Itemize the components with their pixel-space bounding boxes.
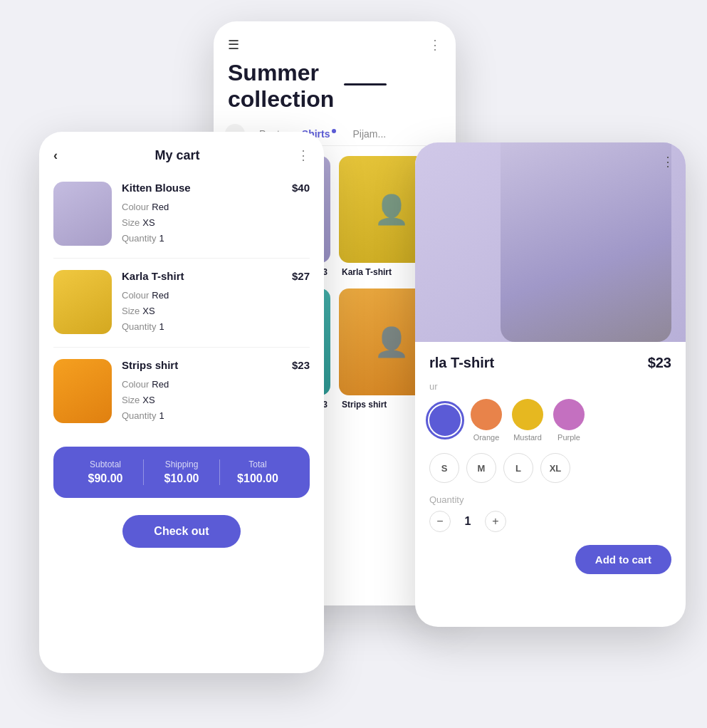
size-xl-button[interactable]: XL — [540, 453, 570, 483]
cart-item-name-2: Karla T-shirt — [122, 270, 184, 282]
colour-circle-mustard[interactable] — [512, 399, 543, 430]
tab-pijamas[interactable]: Pijam... — [345, 123, 395, 145]
colour-section-label: ur — [429, 381, 671, 392]
size-l-button[interactable]: L — [503, 453, 533, 483]
cart-item-image-1 — [53, 182, 112, 246]
cart-item-price-3: $23 — [292, 359, 310, 371]
colour-circle-purple[interactable] — [553, 399, 585, 430]
cart-item-price-1: $40 — [292, 182, 310, 194]
cart-item-image-2 — [53, 270, 112, 334]
cart-item-name-1: Kitten Blouse — [122, 182, 191, 194]
colour-option-orange[interactable]: Orange — [471, 399, 502, 442]
quantity-section: Quantity − 1 + — [429, 494, 671, 532]
quantity-increase-button[interactable]: + — [485, 511, 506, 532]
add-to-cart-button[interactable]: Add to cart — [575, 545, 671, 574]
back-button[interactable]: ‹ — [53, 148, 58, 163]
product-name-4: Strips shirt — [342, 400, 387, 410]
cart-item-image-3 — [53, 359, 112, 423]
cart-item-1: Kitten Blouse $40 ColourRed SizeXS Quant… — [53, 170, 310, 259]
colour-circle-blue[interactable] — [429, 405, 461, 436]
checkout-section: Check out — [39, 515, 324, 548]
product-detail-name: rla T-shirt — [429, 355, 494, 371]
product-name-2: Karla T-shirt — [342, 267, 392, 277]
product-hero-figure — [501, 142, 671, 342]
colour-name-orange: Orange — [473, 433, 500, 442]
collection-title-line2: collection — [228, 86, 334, 113]
cart-item-3: Strips shirt $23 ColourRed SizeXS Quanti… — [53, 348, 310, 435]
cart-more-options-icon[interactable]: ⋮ — [297, 147, 310, 163]
quantity-value: 1 — [461, 515, 475, 528]
collection-title-line1: Summer — [228, 60, 334, 86]
product-detail-screen: ⋮ rla T-shirt $23 ur Orange Mustard Purp… — [415, 142, 686, 627]
cart-items-list: Kitten Blouse $40 ColourRed SizeXS Quant… — [39, 170, 324, 435]
colour-option-blue[interactable] — [429, 405, 461, 436]
size-m-button[interactable]: M — [466, 453, 496, 483]
checkout-button[interactable]: Check out — [122, 515, 240, 548]
menu-icon[interactable]: ☰ — [228, 37, 239, 53]
colour-circle-orange[interactable] — [471, 399, 502, 430]
colour-name-purple: Purple — [557, 433, 580, 442]
size-options: S M L XL — [429, 453, 671, 483]
detail-more-options-icon[interactable]: ⋮ — [661, 154, 674, 170]
cart-item-2: Karla T-shirt $27 ColourRed SizeXS Quant… — [53, 259, 310, 347]
title-decoration — [344, 83, 387, 85]
cart-title: My cart — [155, 148, 199, 163]
product-hero-image: ⋮ — [415, 142, 686, 342]
active-indicator — [332, 129, 336, 133]
cart-item-meta-3: ColourRed SizeXS Quantity1 — [122, 377, 310, 424]
cart-item-meta-1: ColourRed SizeXS Quantity1 — [122, 199, 310, 246]
product-detail-price: $23 — [648, 355, 671, 371]
size-s-button[interactable]: S — [429, 453, 459, 483]
cart-item-price-2: $27 — [292, 270, 310, 282]
colour-options: Orange Mustard Purple — [429, 399, 671, 442]
summary-total: Total $100.00 — [220, 459, 295, 485]
cart-item-meta-2: ColourRed SizeXS Quantity1 — [122, 288, 310, 335]
summary-shipping: Shipping $10.00 — [144, 459, 219, 485]
cart-summary: Subtotal $90.00 Shipping $10.00 Total $1… — [53, 447, 310, 498]
quantity-label: Quantity — [429, 494, 671, 505]
more-options-icon[interactable]: ⋮ — [429, 37, 441, 53]
summary-subtotal: Subtotal $90.00 — [68, 459, 143, 485]
colour-option-purple[interactable]: Purple — [553, 399, 585, 442]
cart-screen: ‹ My cart ⋮ Kitten Blouse $40 ColourRed … — [39, 132, 324, 673]
colour-name-mustard: Mustard — [513, 433, 542, 442]
quantity-decrease-button[interactable]: − — [429, 511, 451, 532]
cart-item-name-3: Strips shirt — [122, 359, 178, 371]
add-to-cart-section: Add to cart — [429, 545, 671, 574]
colour-option-mustard[interactable]: Mustard — [512, 399, 543, 442]
